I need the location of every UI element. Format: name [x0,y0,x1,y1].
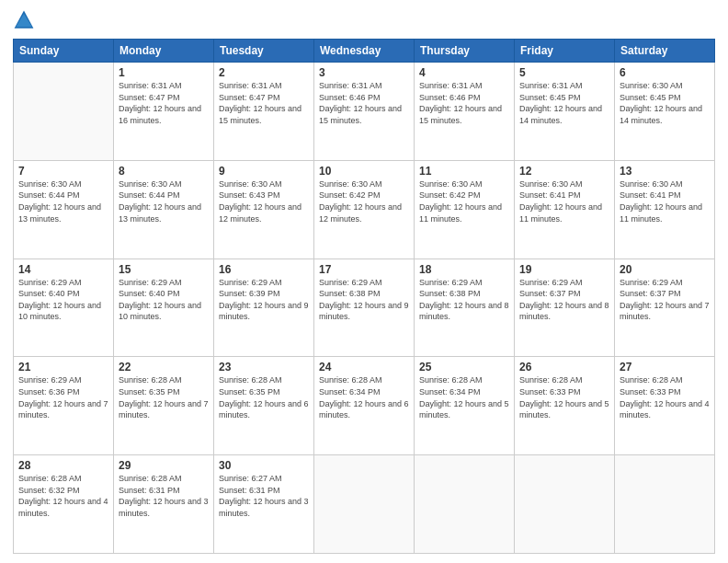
day-number: 26 [519,361,609,373]
calendar-cell: 19Sunrise: 6:29 AM Sunset: 6:37 PM Dayli… [515,259,615,357]
day-info: Sunrise: 6:28 AM Sunset: 6:33 PM Dayligh… [519,374,609,420]
day-number: 16 [219,263,309,276]
day-number: 25 [419,361,509,373]
calendar-cell [615,455,715,554]
calendar-cell: 21Sunrise: 6:29 AM Sunset: 6:36 PM Dayli… [14,357,114,455]
weekday-thursday: Thursday [415,40,515,63]
day-info: Sunrise: 6:30 AM Sunset: 6:43 PM Dayligh… [219,178,309,224]
day-number: 12 [519,165,609,178]
calendar-cell: 15Sunrise: 6:29 AM Sunset: 6:40 PM Dayli… [114,259,214,357]
day-info: Sunrise: 6:30 AM Sunset: 6:41 PM Dayligh… [620,178,710,224]
week-row-3: 14Sunrise: 6:29 AM Sunset: 6:40 PM Dayli… [14,259,715,357]
day-number: 30 [219,459,309,472]
day-info: Sunrise: 6:28 AM Sunset: 6:33 PM Dayligh… [620,374,710,420]
day-number: 13 [620,165,710,178]
week-row-2: 7Sunrise: 6:30 AM Sunset: 6:44 PM Daylig… [14,160,715,259]
calendar-cell: 22Sunrise: 6:28 AM Sunset: 6:35 PM Dayli… [114,357,214,455]
week-row-1: 1Sunrise: 6:31 AM Sunset: 6:47 PM Daylig… [14,63,715,161]
calendar-cell: 9Sunrise: 6:30 AM Sunset: 6:43 PM Daylig… [214,160,314,259]
weekday-sunday: Sunday [14,40,114,63]
day-info: Sunrise: 6:28 AM Sunset: 6:35 PM Dayligh… [219,374,309,420]
weekday-header-row: SundayMondayTuesdayWednesdayThursdayFrid… [14,40,715,63]
day-number: 10 [319,165,409,178]
day-info: Sunrise: 6:29 AM Sunset: 6:38 PM Dayligh… [419,277,509,323]
weekday-monday: Monday [114,40,214,63]
logo [13,9,39,31]
day-number: 24 [319,361,409,373]
calendar-cell: 5Sunrise: 6:31 AM Sunset: 6:45 PM Daylig… [515,63,615,161]
calendar-cell: 4Sunrise: 6:31 AM Sunset: 6:46 PM Daylig… [415,63,515,161]
calendar-cell: 20Sunrise: 6:29 AM Sunset: 6:37 PM Dayli… [615,259,715,357]
day-number: 29 [119,459,209,472]
calendar-cell [14,63,114,161]
calendar-cell: 27Sunrise: 6:28 AM Sunset: 6:33 PM Dayli… [615,357,715,455]
day-number: 11 [419,165,509,178]
calendar-cell: 17Sunrise: 6:29 AM Sunset: 6:38 PM Dayli… [314,259,415,357]
day-number: 15 [119,263,209,276]
calendar-cell: 30Sunrise: 6:27 AM Sunset: 6:31 PM Dayli… [214,455,314,554]
day-number: 7 [18,165,108,178]
weekday-friday: Friday [515,40,615,63]
calendar-cell: 1Sunrise: 6:31 AM Sunset: 6:47 PM Daylig… [114,63,214,161]
day-info: Sunrise: 6:28 AM Sunset: 6:35 PM Dayligh… [119,374,209,420]
calendar-cell [314,455,415,554]
day-info: Sunrise: 6:30 AM Sunset: 6:44 PM Dayligh… [119,178,209,224]
weekday-wednesday: Wednesday [314,40,415,63]
day-number: 23 [219,361,309,373]
weekday-saturday: Saturday [615,40,715,63]
day-info: Sunrise: 6:30 AM Sunset: 6:41 PM Dayligh… [519,178,609,224]
calendar-cell: 23Sunrise: 6:28 AM Sunset: 6:35 PM Dayli… [214,357,314,455]
day-info: Sunrise: 6:29 AM Sunset: 6:36 PM Dayligh… [18,374,108,420]
day-info: Sunrise: 6:29 AM Sunset: 6:37 PM Dayligh… [620,277,710,323]
calendar-cell: 10Sunrise: 6:30 AM Sunset: 6:42 PM Dayli… [314,160,415,259]
day-info: Sunrise: 6:31 AM Sunset: 6:47 PM Dayligh… [119,80,209,126]
day-number: 22 [119,361,209,373]
page: SundayMondayTuesdayWednesdayThursdayFrid… [0,0,728,563]
day-info: Sunrise: 6:30 AM Sunset: 6:45 PM Dayligh… [620,80,710,126]
calendar-cell: 3Sunrise: 6:31 AM Sunset: 6:46 PM Daylig… [314,63,415,161]
day-info: Sunrise: 6:31 AM Sunset: 6:47 PM Dayligh… [219,80,309,126]
logo-icon [13,9,35,31]
calendar-cell: 7Sunrise: 6:30 AM Sunset: 6:44 PM Daylig… [14,160,114,259]
calendar-table: SundayMondayTuesdayWednesdayThursdayFrid… [13,39,715,554]
day-info: Sunrise: 6:28 AM Sunset: 6:31 PM Dayligh… [119,473,209,519]
calendar-cell: 29Sunrise: 6:28 AM Sunset: 6:31 PM Dayli… [114,455,214,554]
calendar-cell: 18Sunrise: 6:29 AM Sunset: 6:38 PM Dayli… [415,259,515,357]
calendar-cell: 28Sunrise: 6:28 AM Sunset: 6:32 PM Dayli… [14,455,114,554]
day-number: 8 [119,165,209,178]
day-number: 17 [319,263,409,276]
calendar-cell: 16Sunrise: 6:29 AM Sunset: 6:39 PM Dayli… [214,259,314,357]
header [13,9,715,31]
day-number: 21 [18,361,108,373]
day-info: Sunrise: 6:29 AM Sunset: 6:37 PM Dayligh… [519,277,609,323]
day-info: Sunrise: 6:30 AM Sunset: 6:42 PM Dayligh… [319,178,409,224]
calendar-cell: 12Sunrise: 6:30 AM Sunset: 6:41 PM Dayli… [515,160,615,259]
week-row-5: 28Sunrise: 6:28 AM Sunset: 6:32 PM Dayli… [14,455,715,554]
svg-marker-1 [16,14,32,27]
day-number: 5 [519,66,609,79]
day-number: 28 [18,459,108,472]
day-info: Sunrise: 6:28 AM Sunset: 6:34 PM Dayligh… [319,374,409,420]
calendar-cell: 2Sunrise: 6:31 AM Sunset: 6:47 PM Daylig… [214,63,314,161]
day-info: Sunrise: 6:29 AM Sunset: 6:40 PM Dayligh… [18,277,108,323]
day-info: Sunrise: 6:31 AM Sunset: 6:46 PM Dayligh… [319,80,409,126]
day-info: Sunrise: 6:30 AM Sunset: 6:44 PM Dayligh… [18,178,108,224]
calendar-cell: 24Sunrise: 6:28 AM Sunset: 6:34 PM Dayli… [314,357,415,455]
day-number: 2 [219,66,309,79]
weekday-tuesday: Tuesday [214,40,314,63]
day-number: 18 [419,263,509,276]
day-number: 3 [319,66,409,79]
day-number: 27 [620,361,710,373]
calendar-cell: 13Sunrise: 6:30 AM Sunset: 6:41 PM Dayli… [615,160,715,259]
day-number: 19 [519,263,609,276]
day-number: 6 [620,66,710,79]
day-info: Sunrise: 6:28 AM Sunset: 6:32 PM Dayligh… [18,473,108,519]
day-number: 14 [18,263,108,276]
calendar-cell: 26Sunrise: 6:28 AM Sunset: 6:33 PM Dayli… [515,357,615,455]
calendar-cell: 11Sunrise: 6:30 AM Sunset: 6:42 PM Dayli… [415,160,515,259]
calendar-cell [515,455,615,554]
day-info: Sunrise: 6:29 AM Sunset: 6:39 PM Dayligh… [219,277,309,323]
day-info: Sunrise: 6:29 AM Sunset: 6:40 PM Dayligh… [119,277,209,323]
day-number: 1 [119,66,209,79]
calendar-cell: 14Sunrise: 6:29 AM Sunset: 6:40 PM Dayli… [14,259,114,357]
